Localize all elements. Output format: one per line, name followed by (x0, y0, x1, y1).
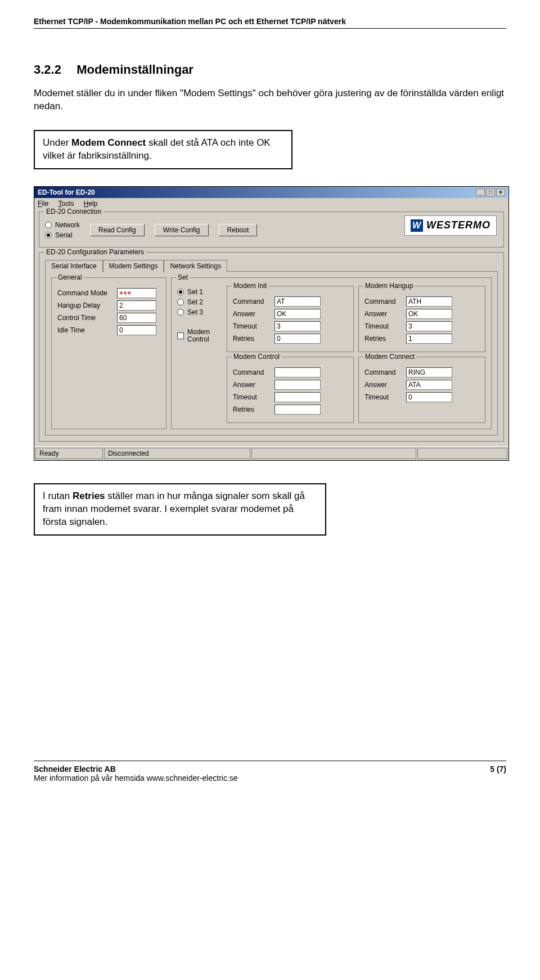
status-ready: Ready (35, 448, 103, 459)
tab-serial-interface[interactable]: Serial Interface (45, 260, 103, 272)
connection-group: ED-20 Connection Network Serial Read Con… (39, 212, 504, 248)
control-time-input[interactable] (117, 313, 156, 323)
westermo-logo: W WESTERMO (404, 215, 497, 236)
hangup-retries-label: Retries (364, 335, 403, 343)
modem-init-legend: Modem Init (232, 282, 268, 290)
set3-label: Set 3 (187, 308, 203, 316)
menu-help[interactable]: Help (84, 200, 98, 208)
command-mode-label: Command Mode (57, 289, 114, 297)
set-group: Set Set 1 Set 2 Set 3 ModemControl (171, 277, 492, 429)
callout-bold: Retries (73, 491, 105, 501)
section-title-text: Modeminställningar (76, 62, 194, 77)
conn-command-input[interactable] (406, 367, 452, 377)
radio-set1[interactable] (177, 289, 184, 295)
ctrl-command-input[interactable] (274, 367, 321, 377)
modem-connect-group: Modem Connect Command Answer Timeout (358, 357, 485, 423)
hangup-answer-input[interactable] (406, 309, 452, 319)
app-window: ED-Tool for ED-20 _ □ × File Tools Help … (34, 186, 509, 461)
hangup-command-input[interactable] (406, 296, 452, 307)
tab-network-settings[interactable]: Network Settings (164, 260, 227, 272)
init-command-input[interactable] (274, 296, 321, 307)
status-disconnected: Disconnected (104, 448, 250, 459)
maximize-button[interactable]: □ (486, 188, 495, 196)
conn-timeout-label: Timeout (364, 393, 403, 401)
radio-network[interactable] (45, 222, 52, 228)
radio-set2[interactable] (177, 299, 184, 305)
modem-hangup-group: Modem Hangup Command Answer Timeout Retr… (358, 286, 485, 352)
reboot-button[interactable]: Reboot (219, 224, 258, 236)
hangup-timeout-label: Timeout (364, 322, 403, 330)
hangup-retries-input[interactable] (406, 334, 452, 344)
write-config-button[interactable]: Write Config (155, 224, 209, 236)
ctrl-timeout-label: Timeout (233, 393, 271, 401)
close-button[interactable]: × (496, 188, 505, 196)
config-params-group: ED-20 Configuration Parameters Serial In… (39, 252, 504, 442)
modem-init-group: Modem Init Command Answer Timeout Retrie… (227, 286, 354, 352)
connection-legend: ED-20 Connection (44, 208, 104, 215)
init-timeout-input[interactable] (274, 321, 321, 331)
ctrl-timeout-input[interactable] (274, 392, 321, 402)
menu-tools[interactable]: Tools (58, 200, 74, 208)
set1-label: Set 1 (187, 288, 203, 296)
modem-hangup-legend: Modem Hangup (363, 282, 415, 290)
doc-header: Ethernet TCP/IP - Modemkommunikation mel… (34, 17, 506, 29)
titlebar: ED-Tool for ED-20 _ □ × (34, 187, 508, 198)
tab-modem-settings[interactable]: Modem Settings (103, 260, 164, 272)
conn-timeout-input[interactable] (406, 392, 452, 402)
radio-network-label: Network (55, 221, 80, 229)
idle-time-label: Idle Time (57, 326, 114, 334)
footer-company: Schneider Electric AB (34, 765, 116, 774)
status-empty1 (251, 448, 416, 459)
init-command-label: Command (233, 298, 271, 305)
hangup-command-label: Command (364, 298, 403, 305)
init-timeout-label: Timeout (233, 322, 271, 330)
command-mode-input[interactable] (117, 288, 156, 298)
callout-text: I rutan (43, 491, 73, 501)
logo-text: WESTERMO (426, 219, 490, 231)
set-legend: Set (176, 273, 190, 281)
read-config-button[interactable]: Read Config (90, 224, 145, 236)
hangup-delay-label: Hangup Delay (57, 302, 114, 309)
hangup-delay-input[interactable] (117, 300, 156, 311)
menu-file[interactable]: File (38, 200, 48, 208)
hangup-timeout-input[interactable] (406, 321, 452, 331)
modem-control-checkbox[interactable] (177, 332, 184, 339)
minimize-button[interactable]: _ (476, 188, 485, 196)
modem-settings-panel: General Command Mode Hangup Delay Contro… (45, 271, 498, 435)
page-footer: Schneider Electric AB Mer information på… (34, 761, 506, 794)
control-time-label: Control Time (57, 314, 114, 322)
modem-control-legend: Modem Control (232, 353, 281, 361)
config-params-legend: ED-20 Configuration Parameters (44, 248, 146, 256)
radio-set3[interactable] (177, 309, 184, 316)
conn-answer-input[interactable] (406, 380, 452, 390)
ctrl-retries-label: Retries (233, 406, 271, 413)
conn-answer-label: Answer (364, 381, 403, 389)
init-retries-label: Retries (233, 335, 271, 343)
init-retries-input[interactable] (274, 334, 321, 344)
idle-time-input[interactable] (117, 325, 156, 335)
status-empty2 (417, 448, 507, 459)
modem-connect-legend: Modem Connect (363, 353, 416, 361)
ctrl-command-label: Command (233, 368, 271, 376)
intro-paragraph: Modemet ställer du in under fliken "Mode… (34, 87, 506, 113)
ctrl-answer-input[interactable] (274, 380, 321, 390)
init-answer-input[interactable] (274, 309, 321, 319)
footer-info: Mer information på vår hemsida www.schne… (34, 774, 238, 783)
init-answer-label: Answer (233, 310, 271, 318)
footer-page: 5 (7) (490, 765, 506, 774)
logo-icon: W (411, 219, 423, 232)
modem-control-chk-label: ModemControl (187, 329, 210, 343)
section-heading: 3.2.2 Modeminställningar (34, 62, 506, 77)
general-group: General Command Mode Hangup Delay Contro… (51, 277, 166, 429)
section-number: 3.2.2 (34, 62, 73, 77)
ctrl-retries-input[interactable] (274, 404, 321, 415)
menubar: File Tools Help (34, 198, 508, 209)
window-title: ED-Tool for ED-20 (38, 188, 95, 196)
statusbar: Ready Disconnected (34, 446, 508, 460)
ctrl-answer-label: Answer (233, 381, 271, 389)
conn-command-label: Command (364, 368, 403, 376)
radio-serial[interactable] (45, 232, 52, 239)
modem-control-group: Modem Control Command Answer Timeout Ret… (227, 357, 354, 423)
callout-bold: Modem Connect (71, 137, 146, 148)
set2-label: Set 2 (187, 298, 203, 306)
